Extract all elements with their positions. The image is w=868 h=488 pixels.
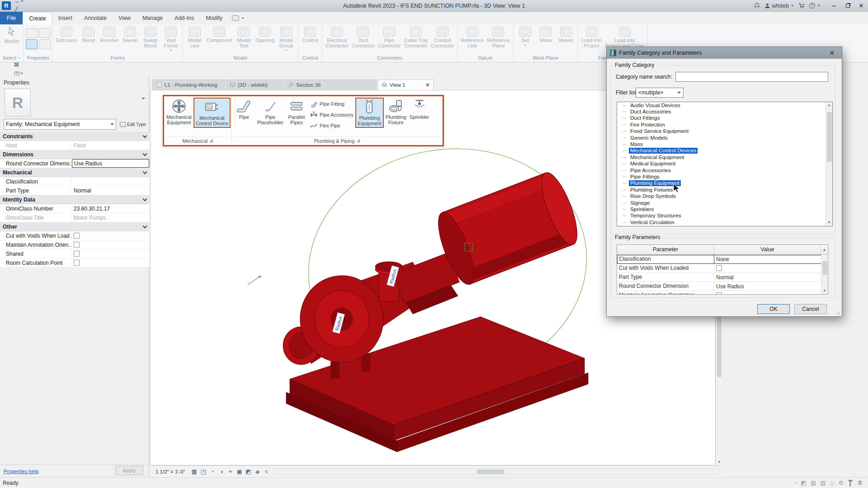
category-item[interactable]: Generic Models	[617, 135, 832, 141]
ribbon-tab-annotate[interactable]: Annotate	[78, 12, 113, 24]
scroll-up-icon[interactable]: ▲	[821, 245, 828, 254]
family-types-button[interactable]	[39, 28, 51, 38]
ribbon-button-load-into-project[interactable]: Load intoProject	[580, 25, 603, 49]
ribbon-button-electrical-connector[interactable]: ElectricalConnector	[324, 25, 350, 49]
ribbon-tab-insert[interactable]: Insert	[52, 12, 78, 24]
visual-style-icon[interactable]: ◳	[199, 468, 208, 476]
ribbon-tab-create[interactable]: Create	[23, 12, 52, 24]
table-scrollbar[interactable]: ▼	[821, 255, 828, 294]
dialog-launcher-icon[interactable]	[210, 140, 213, 142]
panel-label-work-plane[interactable]: Work Plane	[515, 54, 576, 62]
scroll-thumb[interactable]	[822, 261, 827, 275]
scale-button[interactable]: 1 1/2" = 1'-0"	[150, 469, 190, 474]
ribbon-button-conduit-connector[interactable]: ConduitConnector	[430, 25, 456, 49]
context-button-plumbing-fixture[interactable]: PlumbingFixture	[384, 98, 408, 126]
panel-label-select[interactable]: Select	[2, 54, 22, 62]
minimize-button[interactable]: ─	[827, 0, 841, 11]
apply-button[interactable]: Apply	[115, 466, 143, 475]
category-item[interactable]: Rise Drop Symbols	[617, 193, 832, 199]
design-options-icon[interactable]: ◩	[801, 479, 806, 486]
ribbon-button-control[interactable]: Control	[300, 25, 320, 44]
ribbon-button-void-forms[interactable]: VoidForms	[161, 25, 181, 53]
property-value[interactable]	[72, 231, 149, 240]
close-view-icon[interactable]: ✕	[423, 82, 430, 88]
context-button-pipe[interactable]: Pipe	[233, 98, 255, 121]
section-header-mechanical[interactable]: Mechanical	[0, 168, 149, 177]
type-selector-caret-icon[interactable]	[142, 98, 145, 101]
sun-path-icon[interactable]: ◔	[208, 468, 217, 476]
ribbon-button-pipe-connector[interactable]: PipeConnector	[377, 25, 402, 49]
panel-label-model[interactable]: Model	[185, 54, 296, 62]
category-item[interactable]: Temporary Structures	[617, 213, 832, 219]
ribbon-button-set[interactable]: Set	[515, 25, 535, 48]
ribbon-button-show[interactable]: Show	[536, 25, 556, 44]
section-header-dimensions[interactable]: Dimensions	[0, 150, 149, 159]
scroll-down-icon[interactable]: ▼	[821, 288, 828, 294]
properties-help-link[interactable]: Properties help	[4, 469, 38, 474]
filter-list-dropdown[interactable]: <multiple>	[636, 88, 684, 98]
scroll-down-icon[interactable]: ▼	[826, 220, 832, 226]
temporary-hide-isolate-icon[interactable]: ◩	[244, 468, 253, 476]
horizontal-scrollbar[interactable]	[273, 469, 720, 475]
dialog-close-icon[interactable]: ✕	[825, 49, 839, 56]
context-group-label[interactable]: Mechanical	[165, 136, 231, 145]
properties-button[interactable]	[26, 28, 38, 38]
ribbon-button-blend[interactable]: Blend	[79, 25, 99, 44]
category-item[interactable]: Audio Visual Devices	[617, 102, 832, 108]
context-group-label[interactable]: Plumbing & Piping	[233, 136, 441, 145]
ribbon-button-component[interactable]: Component	[205, 25, 234, 44]
resize-grip[interactable]	[836, 310, 840, 315]
ribbon-button-model-text[interactable]: ModelText	[234, 25, 254, 49]
active-only-icon[interactable]: ▨	[811, 479, 816, 486]
help-menu[interactable]: ?	[809, 3, 820, 9]
category-item[interactable]: Mechanical Control Devices	[617, 148, 832, 154]
ribbon-button-load-into-project-and-close[interactable]: Load intoProject and Close	[604, 25, 646, 49]
ribbon-button-revolve[interactable]: Revolve	[99, 25, 120, 44]
ribbon-button-reference-plane[interactable]: ReferencePlane	[486, 25, 511, 49]
property-value[interactable]: 23.60.30.21.17	[72, 204, 149, 213]
category-list[interactable]: Audio Visual DevicesDuct AccessoriesDuct…	[617, 102, 833, 226]
context-button-plumbing-equipment[interactable]: PlumbingEquipment	[355, 98, 384, 128]
property-value[interactable]	[72, 177, 149, 186]
category-item[interactable]: Vertical Circulation	[617, 219, 832, 225]
ribbon-button-sweep[interactable]: Sweep	[120, 25, 140, 44]
background-processes-icon[interactable]: ⚙	[838, 479, 844, 486]
parameter-row[interactable]: Part TypeNormal	[617, 273, 828, 282]
property-value[interactable]: Motor Pumps	[72, 213, 149, 222]
family-parameters-table[interactable]: Parameter Value ▲ ClassificationNoneCut …	[617, 244, 828, 295]
view-tab-1[interactable]: L1 - Plumbing-Working	[152, 80, 225, 90]
worksharing-icon[interactable]: ◔	[793, 479, 797, 486]
edit-in-place-icon[interactable]: ◇	[830, 479, 834, 486]
property-value[interactable]	[72, 258, 149, 267]
value-column-header[interactable]: Value	[714, 245, 821, 254]
selection-badge-button[interactable]	[228, 12, 248, 24]
aligned-dimension-icon[interactable]: ↔	[13, 0, 25, 6]
reveal-hidden-elements-icon[interactable]: ◈	[253, 468, 262, 476]
scroll-down-icon[interactable]: ▼	[716, 459, 722, 465]
category-item[interactable]: Duct Accessories	[617, 108, 832, 115]
horizontal-scroll-thumb[interactable]	[476, 469, 505, 474]
category-list-scrollbar[interactable]: ▲ ▼	[826, 102, 832, 226]
category-item[interactable]: Pipe Accessories	[617, 167, 832, 174]
category-item[interactable]: Mass	[617, 141, 832, 147]
property-value[interactable]: Normal	[72, 186, 149, 195]
category-search-input[interactable]	[675, 72, 828, 82]
type-preview[interactable]: R	[5, 89, 31, 117]
panel-label-forms[interactable]: Forms	[55, 54, 181, 62]
category-item[interactable]: Plumbing Fixtures	[617, 187, 832, 193]
visibility-button[interactable]	[39, 39, 51, 49]
panel-label-datum[interactable]: Datum	[459, 54, 511, 62]
section-header-constraints[interactable]: Constraints	[0, 132, 149, 141]
communication-center-icon[interactable]	[754, 3, 760, 9]
close-button[interactable]: ✕	[854, 0, 868, 11]
dialog-launcher-icon[interactable]	[357, 140, 360, 142]
category-item[interactable]: Sprinklers	[617, 206, 832, 212]
category-item[interactable]: Plumbing Equipment	[617, 180, 832, 187]
panel-label-control[interactable]: Control	[300, 54, 320, 62]
cancel-button[interactable]: Cancel	[794, 304, 827, 314]
context-button-sprinkler[interactable]: Sprinkler	[408, 98, 431, 121]
revit-logo-icon[interactable]: R	[2, 1, 11, 10]
crop-view-icon[interactable]: ▣	[235, 468, 244, 476]
checkbox[interactable]	[74, 242, 80, 248]
view-tab-3[interactable]: Section 36	[284, 80, 377, 90]
